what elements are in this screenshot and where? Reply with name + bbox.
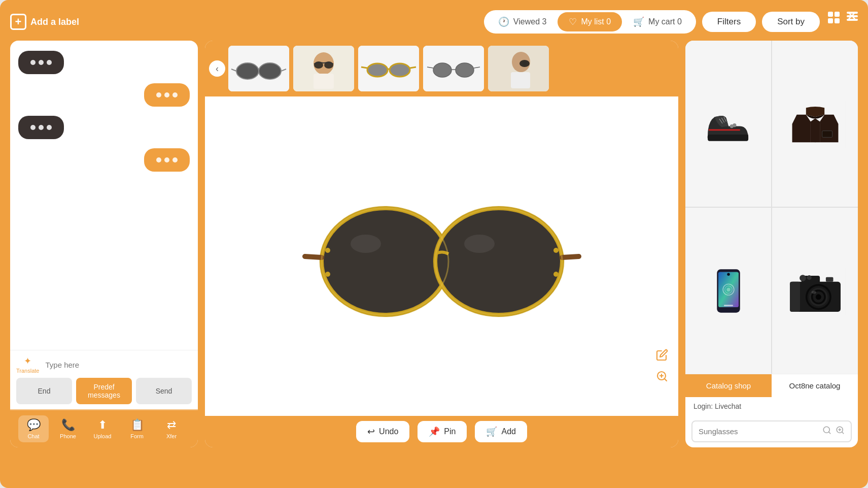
- toolbar-memo[interactable]: 📝 Memo: [191, 415, 198, 442]
- filters-button[interactable]: Filters: [702, 12, 756, 32]
- close-button[interactable]: ✕: [843, 7, 861, 25]
- oct8ne-tab[interactable]: Oct8ne catalog: [772, 374, 858, 397]
- svg-rect-47: [708, 134, 748, 141]
- undo-button[interactable]: ↩ Undo: [356, 421, 409, 442]
- upload-icon: ⬆: [98, 418, 107, 432]
- thumbnail-5[interactable]: [488, 46, 549, 91]
- product-panel: ‹: [205, 41, 678, 447]
- catalog-shop-tab[interactable]: Catalog shop: [685, 374, 772, 397]
- catalog-search-input[interactable]: [699, 427, 818, 436]
- toolbar-phone-label: Phone: [60, 433, 76, 439]
- thumbnails: [228, 46, 674, 91]
- pin-icon: 📌: [429, 426, 440, 437]
- add-label-button[interactable]: + Add a label: [10, 14, 79, 30]
- cart-icon: 🛒: [633, 16, 644, 27]
- sort-button[interactable]: Sort by: [762, 12, 820, 32]
- svg-line-77: [828, 432, 830, 433]
- prev-thumb-button[interactable]: ‹: [209, 60, 225, 77]
- translate-label: Translate: [16, 368, 39, 374]
- header-controls: Filters Sort by: [702, 12, 858, 32]
- toolbar-chat[interactable]: 💬 Chat: [18, 415, 49, 442]
- thumbnail-1[interactable]: [228, 46, 289, 91]
- catalog-tabs: Catalog shop Oct8ne catalog: [685, 374, 858, 397]
- svg-point-19: [456, 63, 474, 77]
- translate-button[interactable]: ✦ Translate: [16, 355, 39, 374]
- main-content: ✦ Translate End Predef messages Send 💬 C…: [10, 41, 858, 447]
- search-button[interactable]: [822, 426, 831, 437]
- svg-point-73: [807, 275, 811, 280]
- svg-point-49: [733, 123, 736, 127]
- login-label: Login: Livechat: [693, 402, 741, 410]
- end-button[interactable]: End: [16, 378, 72, 404]
- zoom-tool-button[interactable]: [656, 370, 668, 385]
- svg-rect-74: [825, 277, 833, 281]
- svg-point-37: [553, 272, 559, 277]
- add-label-text: Add a label: [30, 17, 79, 27]
- typing-dots-1: [30, 60, 52, 65]
- thumbnail-strip: ‹: [205, 41, 678, 96]
- add-to-cart-button[interactable]: 🛒 Add: [475, 421, 527, 442]
- svg-line-43: [665, 379, 667, 381]
- zoom-in-button[interactable]: [836, 426, 845, 437]
- nav-mycart-label: My cart 0: [648, 17, 682, 26]
- svg-point-34: [325, 248, 330, 253]
- svg-line-79: [842, 432, 843, 433]
- nav-bar: 🕐 Viewed 3 ♡ My list 0 🛒 My cart 0: [484, 10, 696, 34]
- app-window: ✕ + Add a label 🕐 Viewed 3 ♡ My list 0 🛒…: [0, 0, 868, 488]
- svg-point-75: [800, 275, 806, 281]
- svg-rect-61: [723, 305, 733, 306]
- predef-button[interactable]: Predef messages: [76, 378, 132, 404]
- message-1: [18, 51, 64, 74]
- thumbnail-4[interactable]: [423, 46, 484, 91]
- catalog-panel: Catalog shop Oct8ne catalog Login: Livec…: [685, 41, 858, 447]
- catalog-item-camera[interactable]: [772, 208, 858, 374]
- svg-point-60: [727, 273, 730, 275]
- edit-tool-button[interactable]: [656, 349, 668, 364]
- plus-icon: +: [10, 14, 26, 30]
- product-main: [205, 96, 678, 416]
- thumbnail-2[interactable]: [293, 46, 354, 91]
- svg-rect-46: [698, 99, 758, 149]
- chat-input-area: ✦ Translate End Predef messages Send: [10, 350, 198, 409]
- message-4: [144, 148, 190, 172]
- send-button[interactable]: Send: [136, 378, 192, 404]
- xfer-icon: ⇄: [167, 418, 176, 432]
- pin-button[interactable]: 📌 Pin: [418, 421, 467, 442]
- product-actions: ↩ Undo 📌 Pin 🛒 Add: [205, 416, 678, 447]
- translate-icon: ✦: [24, 355, 31, 367]
- chat-input-row: ✦ Translate: [16, 355, 192, 374]
- toolbar-phone[interactable]: 📞 Phone: [53, 415, 83, 442]
- catalog-item-phone[interactable]: [685, 208, 771, 374]
- catalog-item-jacket[interactable]: [772, 41, 858, 207]
- svg-point-27: [523, 61, 527, 66]
- thumbnail-3[interactable]: [358, 46, 419, 91]
- chat-input[interactable]: [43, 357, 192, 372]
- svg-rect-52: [822, 131, 832, 137]
- header: + Add a label 🕐 Viewed 3 ♡ My list 0 🛒 M…: [10, 10, 858, 34]
- svg-point-59: [726, 287, 730, 291]
- form-icon: 📋: [130, 418, 144, 432]
- message-3: [18, 116, 64, 139]
- svg-point-13: [390, 63, 410, 77]
- chat-icon: 💬: [27, 418, 41, 432]
- chat-messages: [10, 41, 198, 350]
- grid-view-button[interactable]: [828, 12, 840, 32]
- nav-mycart[interactable]: 🛒 My cart 0: [622, 12, 693, 31]
- catalog-search: [691, 420, 852, 442]
- nav-viewed[interactable]: 🕐 Viewed 3: [487, 12, 558, 31]
- nav-mylist-label: My list 0: [581, 17, 611, 26]
- phone-icon: 📞: [61, 418, 75, 432]
- svg-rect-25: [511, 72, 530, 88]
- svg-line-15: [361, 67, 367, 68]
- toolbar-upload[interactable]: ⬆ Upload: [87, 415, 118, 442]
- toolbar-xfer[interactable]: ⇄ Xfer: [156, 415, 187, 442]
- svg-point-2: [259, 63, 281, 79]
- catalog-item-boots[interactable]: [685, 41, 771, 207]
- heart-icon: ♡: [569, 16, 577, 27]
- svg-line-33: [562, 256, 579, 257]
- nav-mylist[interactable]: ♡ My list 0: [558, 12, 622, 31]
- clock-icon: 🕐: [498, 16, 509, 27]
- svg-point-35: [325, 272, 330, 277]
- product-image: [215, 175, 668, 338]
- toolbar-form[interactable]: 📋 Form: [122, 415, 152, 442]
